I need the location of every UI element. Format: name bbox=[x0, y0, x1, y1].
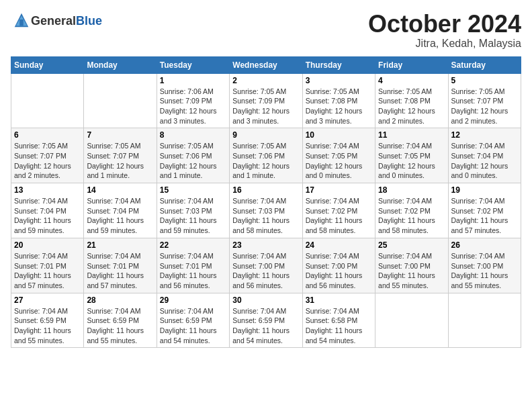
page-header: GeneralBlue October 2024 Jitra, Kedah, M… bbox=[11, 11, 521, 50]
day-number: 2 bbox=[232, 76, 299, 85]
day-detail: Sunrise: 7:05 AMSunset: 7:07 PMDaylight:… bbox=[451, 87, 518, 126]
calendar-cell: 2Sunrise: 7:05 AMSunset: 7:09 PMDaylight… bbox=[230, 73, 302, 128]
title-block: October 2024 Jitra, Kedah, Malaysia bbox=[368, 11, 521, 50]
calendar-cell: 13Sunrise: 7:04 AMSunset: 7:04 PMDayligh… bbox=[11, 183, 84, 238]
day-detail: Sunrise: 7:04 AMSunset: 7:04 PMDaylight:… bbox=[14, 196, 81, 236]
logo-icon bbox=[12, 11, 31, 30]
calendar-title: October 2024 bbox=[368, 11, 521, 38]
calendar-cell: 31Sunrise: 7:04 AMSunset: 6:58 PMDayligh… bbox=[302, 293, 375, 348]
weekday-header-saturday: Saturday bbox=[448, 56, 521, 73]
logo: GeneralBlue bbox=[11, 11, 102, 32]
day-number: 27 bbox=[14, 295, 81, 305]
day-detail: Sunrise: 7:04 AMSunset: 7:04 PMDaylight:… bbox=[87, 196, 153, 236]
calendar-week-1: 1Sunrise: 7:06 AMSunset: 7:09 PMDaylight… bbox=[11, 73, 521, 128]
day-detail: Sunrise: 7:05 AMSunset: 7:07 PMDaylight:… bbox=[87, 141, 153, 181]
day-number: 3 bbox=[306, 76, 372, 85]
day-detail: Sunrise: 7:04 AMSunset: 7:00 PMDaylight:… bbox=[378, 251, 445, 291]
logo-general-text: General bbox=[31, 14, 76, 28]
day-detail: Sunrise: 7:04 AMSunset: 7:02 PMDaylight:… bbox=[451, 196, 518, 236]
weekday-header-wednesday: Wednesday bbox=[230, 56, 302, 73]
day-number: 19 bbox=[451, 185, 518, 195]
day-detail: Sunrise: 7:04 AMSunset: 6:59 PMDaylight:… bbox=[232, 306, 299, 346]
day-number: 5 bbox=[451, 76, 518, 85]
day-number: 17 bbox=[306, 185, 372, 195]
day-number: 16 bbox=[232, 185, 299, 195]
calendar-cell: 25Sunrise: 7:04 AMSunset: 7:00 PMDayligh… bbox=[375, 238, 448, 293]
day-number: 28 bbox=[87, 295, 153, 305]
day-detail: Sunrise: 7:05 AMSunset: 7:09 PMDaylight:… bbox=[232, 87, 299, 126]
svg-rect-2 bbox=[19, 19, 24, 26]
day-number: 23 bbox=[232, 240, 299, 250]
day-number: 18 bbox=[378, 185, 445, 195]
logo-blue-text: Blue bbox=[76, 14, 102, 28]
calendar-cell bbox=[448, 293, 521, 348]
calendar-cell: 7Sunrise: 7:05 AMSunset: 7:07 PMDaylight… bbox=[84, 128, 157, 183]
day-detail: Sunrise: 7:04 AMSunset: 7:03 PMDaylight:… bbox=[160, 196, 226, 236]
day-number: 9 bbox=[232, 130, 299, 140]
day-detail: Sunrise: 7:04 AMSunset: 7:02 PMDaylight:… bbox=[378, 196, 445, 236]
day-number: 13 bbox=[14, 185, 81, 195]
calendar-cell: 23Sunrise: 7:04 AMSunset: 7:00 PMDayligh… bbox=[230, 238, 302, 293]
calendar-cell: 22Sunrise: 7:04 AMSunset: 7:01 PMDayligh… bbox=[157, 238, 229, 293]
day-number: 30 bbox=[232, 295, 299, 305]
calendar-cell: 6Sunrise: 7:05 AMSunset: 7:07 PMDaylight… bbox=[11, 128, 84, 183]
calendar-cell: 4Sunrise: 7:05 AMSunset: 7:08 PMDaylight… bbox=[375, 73, 448, 128]
day-number: 25 bbox=[378, 240, 445, 250]
day-number: 29 bbox=[160, 295, 226, 305]
day-number: 11 bbox=[378, 130, 445, 140]
calendar-cell bbox=[375, 293, 448, 348]
weekday-header-friday: Friday bbox=[375, 56, 448, 73]
calendar-cell: 3Sunrise: 7:05 AMSunset: 7:08 PMDaylight… bbox=[302, 73, 375, 128]
day-detail: Sunrise: 7:05 AMSunset: 7:08 PMDaylight:… bbox=[306, 87, 372, 126]
calendar-cell: 1Sunrise: 7:06 AMSunset: 7:09 PMDaylight… bbox=[157, 73, 229, 128]
day-number: 15 bbox=[160, 185, 226, 195]
day-number: 22 bbox=[160, 240, 226, 250]
day-number: 4 bbox=[378, 76, 445, 85]
weekday-header-monday: Monday bbox=[84, 56, 157, 73]
calendar-cell: 30Sunrise: 7:04 AMSunset: 6:59 PMDayligh… bbox=[230, 293, 302, 348]
day-number: 21 bbox=[87, 240, 153, 250]
day-detail: Sunrise: 7:06 AMSunset: 7:09 PMDaylight:… bbox=[160, 87, 226, 126]
day-number: 31 bbox=[306, 295, 372, 305]
calendar-week-2: 6Sunrise: 7:05 AMSunset: 7:07 PMDaylight… bbox=[11, 128, 521, 183]
day-number: 1 bbox=[160, 76, 226, 85]
day-number: 8 bbox=[160, 130, 226, 140]
day-detail: Sunrise: 7:04 AMSunset: 7:02 PMDaylight:… bbox=[306, 196, 372, 236]
day-detail: Sunrise: 7:04 AMSunset: 7:01 PMDaylight:… bbox=[87, 251, 153, 291]
day-detail: Sunrise: 7:04 AMSunset: 7:05 PMDaylight:… bbox=[306, 141, 372, 181]
day-number: 26 bbox=[451, 240, 518, 250]
day-number: 10 bbox=[306, 130, 372, 140]
calendar-cell: 29Sunrise: 7:04 AMSunset: 6:59 PMDayligh… bbox=[157, 293, 229, 348]
day-detail: Sunrise: 7:04 AMSunset: 7:00 PMDaylight:… bbox=[451, 251, 518, 291]
calendar-table: SundayMondayTuesdayWednesdayThursdayFrid… bbox=[11, 56, 521, 349]
calendar-cell: 5Sunrise: 7:05 AMSunset: 7:07 PMDaylight… bbox=[448, 73, 521, 128]
day-detail: Sunrise: 7:04 AMSunset: 6:59 PMDaylight:… bbox=[87, 306, 153, 346]
weekday-header-sunday: Sunday bbox=[11, 56, 84, 73]
day-number: 20 bbox=[14, 240, 81, 250]
calendar-cell: 19Sunrise: 7:04 AMSunset: 7:02 PMDayligh… bbox=[448, 183, 521, 238]
calendar-week-5: 27Sunrise: 7:04 AMSunset: 6:59 PMDayligh… bbox=[11, 293, 521, 348]
calendar-cell: 11Sunrise: 7:04 AMSunset: 7:05 PMDayligh… bbox=[375, 128, 448, 183]
calendar-cell: 16Sunrise: 7:04 AMSunset: 7:03 PMDayligh… bbox=[230, 183, 302, 238]
day-number: 12 bbox=[451, 130, 518, 140]
day-detail: Sunrise: 7:04 AMSunset: 7:01 PMDaylight:… bbox=[14, 251, 81, 291]
day-detail: Sunrise: 7:04 AMSunset: 6:59 PMDaylight:… bbox=[14, 306, 81, 346]
day-detail: Sunrise: 7:04 AMSunset: 7:05 PMDaylight:… bbox=[378, 141, 445, 181]
day-detail: Sunrise: 7:04 AMSunset: 7:03 PMDaylight:… bbox=[232, 196, 299, 236]
day-detail: Sunrise: 7:05 AMSunset: 7:07 PMDaylight:… bbox=[14, 141, 81, 181]
day-detail: Sunrise: 7:05 AMSunset: 7:08 PMDaylight:… bbox=[378, 87, 445, 126]
calendar-cell: 17Sunrise: 7:04 AMSunset: 7:02 PMDayligh… bbox=[302, 183, 375, 238]
calendar-cell: 9Sunrise: 7:05 AMSunset: 7:06 PMDaylight… bbox=[230, 128, 302, 183]
calendar-subtitle: Jitra, Kedah, Malaysia bbox=[368, 38, 521, 50]
day-detail: Sunrise: 7:05 AMSunset: 7:06 PMDaylight:… bbox=[232, 141, 299, 181]
calendar-cell: 21Sunrise: 7:04 AMSunset: 7:01 PMDayligh… bbox=[84, 238, 157, 293]
weekday-header-tuesday: Tuesday bbox=[157, 56, 229, 73]
calendar-cell bbox=[11, 73, 84, 128]
weekday-header-thursday: Thursday bbox=[302, 56, 375, 73]
day-number: 24 bbox=[306, 240, 372, 250]
calendar-cell: 10Sunrise: 7:04 AMSunset: 7:05 PMDayligh… bbox=[302, 128, 375, 183]
calendar-week-3: 13Sunrise: 7:04 AMSunset: 7:04 PMDayligh… bbox=[11, 183, 521, 238]
day-number: 14 bbox=[87, 185, 153, 195]
calendar-cell: 20Sunrise: 7:04 AMSunset: 7:01 PMDayligh… bbox=[11, 238, 84, 293]
calendar-cell: 14Sunrise: 7:04 AMSunset: 7:04 PMDayligh… bbox=[84, 183, 157, 238]
